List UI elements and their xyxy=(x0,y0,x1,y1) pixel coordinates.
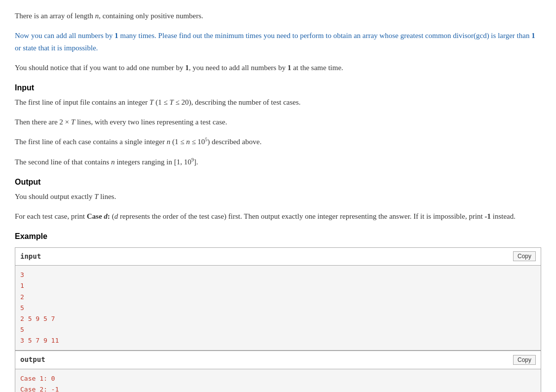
output-example-header: output Copy xyxy=(15,351,541,369)
output-example-box: output Copy Case 1: 0 Case 2: -1 Case 3:… xyxy=(15,351,541,392)
input-line-2: Then there are 2 × T lines, with every t… xyxy=(15,116,541,129)
copy-input-button[interactable]: Copy xyxy=(513,251,536,261)
var-n: n xyxy=(95,12,99,20)
output-example-content: Case 1: 0 Case 2: -1 Case 3: 1 xyxy=(15,369,541,392)
input-example-box: input Copy 3 1 2 5 2 5 9 5 7 5 3 5 7 9 1… xyxy=(15,247,541,351)
input-label: input xyxy=(20,251,41,263)
input-line-1: The first line of input file contains an… xyxy=(15,96,541,109)
input-line-3: The first line of each case contains a s… xyxy=(15,135,541,149)
intro-paragraph-3: You should notice that if you want to ad… xyxy=(15,62,541,75)
problem-container: There is an array of length n, containin… xyxy=(15,10,541,392)
output-line-2: For each test case, print Case d: (d rep… xyxy=(15,210,541,223)
example-heading: Example xyxy=(15,230,541,243)
input-example-header: input Copy xyxy=(15,248,541,266)
input-example-content: 3 1 2 5 2 5 9 5 7 5 3 5 7 9 11 xyxy=(15,266,541,350)
copy-output-button[interactable]: Copy xyxy=(513,355,536,365)
intro-paragraph-1: There is an array of length n, containin… xyxy=(15,10,541,23)
output-heading: Output xyxy=(15,175,541,189)
input-line-4: The second line of that contains n integ… xyxy=(15,156,541,169)
output-label: output xyxy=(20,354,45,366)
output-line-1: You should output exactly T lines. xyxy=(15,191,541,203)
input-heading: Input xyxy=(15,81,541,94)
intro-paragraph-2: Now you can add all numbers by 1 many ti… xyxy=(15,30,541,55)
